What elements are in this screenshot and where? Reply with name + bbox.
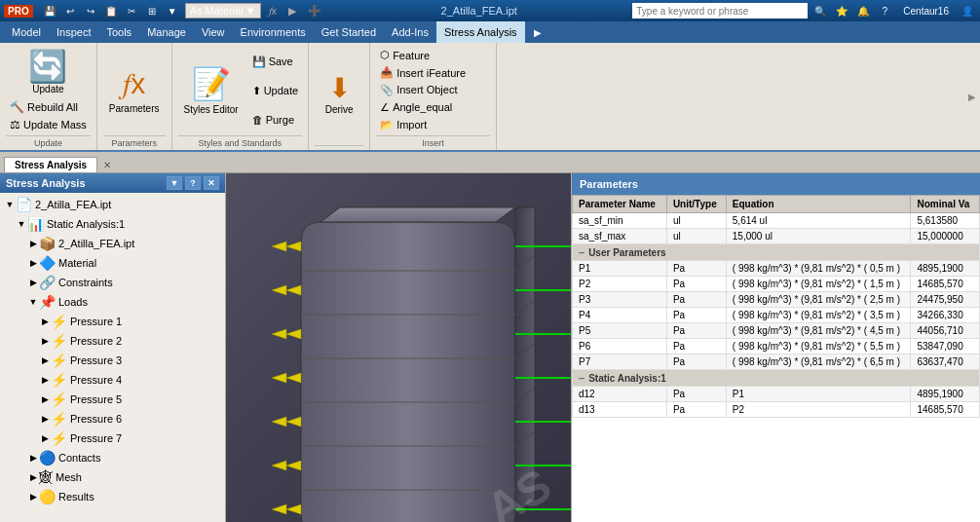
search-icon[interactable]: 🔍 <box>811 3 829 19</box>
purge-button[interactable]: 🗑 Purge <box>248 112 302 128</box>
menu-stress-analysis[interactable]: Stress Analysis <box>436 21 525 43</box>
tree-item-contacts[interactable]: ▶ 🔵 Contacts <box>0 448 225 467</box>
panel-expand-icon[interactable]: ▼ <box>167 176 182 190</box>
tree-item-constraints[interactable]: ▶ 🔗 Constraints <box>0 273 225 292</box>
tree-item-static[interactable]: ▼ 📊 Static Analysis:1 <box>0 214 225 234</box>
tree-item-p4[interactable]: ▶ ⚡ Pressure 4 <box>0 370 225 390</box>
ribbon-overflow[interactable]: ▶ <box>968 92 976 102</box>
tree-item-loads[interactable]: ▼ 📌 Loads <box>0 292 225 312</box>
ribbon-group-styles: 📝 Styles Editor 💾 Save ⬆ Update 🗑 Purge … <box>172 43 310 150</box>
feature-button[interactable]: ⬡ Feature <box>376 47 490 63</box>
panel-help-icon[interactable]: ? <box>185 176 201 190</box>
tab-stress-analysis[interactable]: Stress Analysis <box>4 157 97 172</box>
tree-toggle: ▶ <box>39 336 51 346</box>
tree-item-label: Contacts <box>58 452 100 464</box>
menu-view[interactable]: View <box>194 21 233 43</box>
update-group-label: Update <box>6 135 91 148</box>
tree-item-label: 2_Atilla_FEA.ipt <box>58 238 134 249</box>
tree-item-p7[interactable]: ▶ ⚡ Pressure 7 <box>0 429 225 448</box>
new-btn[interactable]: 📋 <box>102 3 120 19</box>
update-styles-button[interactable]: ⬆ Update <box>248 83 302 99</box>
star-icon[interactable]: ⭐ <box>833 3 850 19</box>
help-icon[interactable]: ? <box>876 3 893 19</box>
table-row[interactable]: P2 Pa ( 998 kg/m^3) * (9,81 m/s^2) * ( 1… <box>573 277 980 292</box>
tree-item-p1[interactable]: ▶ ⚡ Pressure 1 <box>0 312 225 331</box>
derive-button[interactable]: ⬇ Derive <box>315 71 363 119</box>
tab-close-btn[interactable]: ✕ <box>99 158 115 172</box>
file-name: 2_Atilla_FEA.ipt <box>433 5 525 17</box>
menu-get-started[interactable]: Get Started <box>314 21 384 43</box>
tree-item-mesh[interactable]: ▶ 🕸 Mesh <box>0 467 225 487</box>
menu-environments[interactable]: Environments <box>233 21 314 43</box>
tree-item-p3[interactable]: ▶ ⚡ Pressure 3 <box>0 351 225 370</box>
svg-marker-14 <box>286 285 301 295</box>
ribbon-group-parameters: 𝑓x Parameters Parameters <box>97 43 172 150</box>
table-row[interactable]: d12 Pa P1 4895,1900 <box>573 387 980 402</box>
table-row[interactable]: P1 Pa ( 998 kg/m^3) * (9,81 m/s^2) * ( 0… <box>573 261 980 277</box>
parameters-button[interactable]: 𝑓x Parameters <box>103 63 166 118</box>
tree-item-results[interactable]: ▶ 🟡 Results <box>0 487 225 506</box>
material-dropdown[interactable]: As Material ▼ <box>185 3 261 19</box>
angle-equal-button[interactable]: ∠ Angle_equal <box>376 99 490 116</box>
grid-btn[interactable]: ⊞ <box>143 3 161 19</box>
material-label: As Material <box>190 5 244 17</box>
tree-item-p2[interactable]: ▶ ⚡ Pressure 2 <box>0 331 225 351</box>
bell-icon[interactable]: 🔔 <box>854 3 872 19</box>
tree-item-assembly[interactable]: ▶ 📦 2_Atilla_FEA.ipt <box>0 234 225 253</box>
tree-item-p6[interactable]: ▶ ⚡ Pressure 6 <box>0 409 225 429</box>
param-value-cell: 24475,950 <box>911 292 980 308</box>
menu-inspect[interactable]: Inspect <box>49 21 98 43</box>
menu-model[interactable]: Model <box>4 21 49 43</box>
param-value-cell: 5,613580 <box>911 213 980 229</box>
fx-icon[interactable]: 𝑓x <box>265 5 282 18</box>
update-mass-label: Update Mass <box>23 119 87 130</box>
table-row[interactable]: P4 Pa ( 998 kg/m^3) * (9,81 m/s^2) * ( 3… <box>573 308 980 323</box>
table-row[interactable]: P5 Pa ( 998 kg/m^3) * (9,81 m/s^2) * ( 4… <box>573 323 980 339</box>
update-mass-button[interactable]: ⚖ Update Mass <box>6 116 91 133</box>
import-button[interactable]: 📂 Import <box>376 117 490 133</box>
user-icon[interactable]: 👤 <box>959 3 976 19</box>
svg-marker-12 <box>286 242 301 251</box>
tree-item-root[interactable]: ▼ 📄 2_Atilla_FEA.ipt <box>0 195 225 214</box>
table-row[interactable]: P3 Pa ( 998 kg/m^3) * (9,81 m/s^2) * ( 2… <box>573 292 980 308</box>
params-panel-header: Parameters <box>572 173 980 195</box>
table-row[interactable]: d13 Pa P2 14685,570 <box>573 402 980 418</box>
save-styles-button[interactable]: 💾 Save <box>248 54 302 70</box>
tree-item-icon: 📊 <box>27 216 44 232</box>
table-row[interactable]: P7 Pa ( 998 kg/m^3) * (9,81 m/s^2) * ( 6… <box>573 354 980 370</box>
insert-object-button[interactable]: 📎 Insert Object <box>376 82 490 98</box>
param-unit-cell: Pa <box>666 277 726 292</box>
svg-marker-24 <box>286 504 301 514</box>
tree-item-label: Pressure 3 <box>70 354 122 366</box>
table-row[interactable]: P6 Pa ( 998 kg/m^3) * (9,81 m/s^2) * ( 5… <box>573 339 980 354</box>
param-name-cell: sa_sf_max <box>573 229 667 244</box>
table-row[interactable]: sa_sf_min ul 5,614 ul 5,613580 <box>573 213 980 229</box>
redo-btn[interactable]: ↪ <box>82 3 99 19</box>
tree-item-material[interactable]: ▶ 🔷 Material <box>0 253 225 273</box>
save-btn[interactable]: 💾 <box>41 3 58 19</box>
update-icon: ⬆ <box>252 85 261 97</box>
menu-add-ins[interactable]: Add-Ins <box>384 21 436 43</box>
dropdown-btn[interactable]: ▼ <box>164 3 181 19</box>
menu-tools[interactable]: Tools <box>98 21 139 43</box>
tree-toggle: ▼ <box>27 297 39 307</box>
update-button[interactable]: 🔄 Update <box>22 47 73 98</box>
table-row[interactable]: sa_sf_max ul 15,000 ul 15,000000 <box>573 229 980 244</box>
search-input[interactable] <box>632 3 808 19</box>
panel-close-icon[interactable]: ✕ <box>204 176 219 190</box>
viewport[interactable]: AS <box>226 173 571 522</box>
insert-ifeature-button[interactable]: 📥 Insert iFeature <box>376 64 490 81</box>
cut-btn[interactable]: ✂ <box>123 3 140 19</box>
rebuild-all-button[interactable]: 🔨 Rebuild All <box>6 98 91 116</box>
svg-marker-17 <box>272 329 286 339</box>
add-icon[interactable]: ➕ <box>304 5 325 18</box>
styles-editor-button[interactable]: 📝 Styles Editor <box>178 47 245 133</box>
menu-more-btn[interactable]: ▶ <box>529 24 547 40</box>
params-table[interactable]: Parameter Name Unit/Type Equation Nomina… <box>572 195 980 522</box>
formula-icon[interactable]: ▶ <box>284 5 300 18</box>
panel-header-icons: ▼ ? ✕ <box>167 176 219 190</box>
tree-item-p5[interactable]: ▶ ⚡ Pressure 5 <box>0 390 225 409</box>
menu-manage[interactable]: Manage <box>139 21 194 43</box>
param-equation-cell: 5,614 ul <box>726 213 911 229</box>
undo-btn[interactable]: ↩ <box>61 3 79 19</box>
